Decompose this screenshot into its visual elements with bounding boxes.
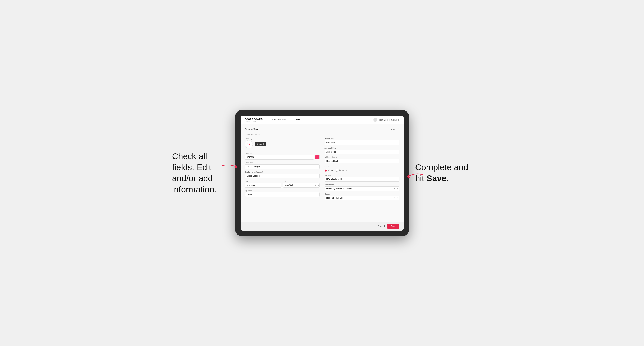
footer-cancel-button[interactable]: Cancel xyxy=(378,225,385,227)
section-label: TEAM DETAILS xyxy=(245,133,400,135)
state-label: State xyxy=(283,180,320,182)
display-name-input[interactable] xyxy=(245,173,320,178)
head-coach-input[interactable] xyxy=(324,140,400,145)
logo-area: C Upload xyxy=(245,140,320,148)
right-annotation-arrow xyxy=(403,170,424,180)
head-coach-label: Head Coach xyxy=(324,138,400,140)
gender-womens-label[interactable]: Womens xyxy=(336,169,347,172)
state-clear-button[interactable]: ✕ xyxy=(315,184,316,186)
city-label: City xyxy=(245,180,282,182)
zip-input[interactable] xyxy=(245,192,320,197)
team-name-group: Team name xyxy=(245,162,320,169)
gender-womens-radio[interactable] xyxy=(336,169,338,172)
sign-out-link[interactable]: Sign out xyxy=(391,119,399,121)
nav-right: Test User | Sign out xyxy=(373,118,400,122)
upload-button[interactable]: Upload xyxy=(255,142,266,146)
nav-teams[interactable]: TEAMS xyxy=(292,116,301,124)
brand: SCOREBOARD Powered by clippd xyxy=(245,118,263,122)
navbar: SCOREBOARD Powered by clippd TOURNAMENTS… xyxy=(241,116,404,124)
team-colour-label: Team colour xyxy=(245,152,320,154)
team-logo-label: Team logo xyxy=(245,138,320,140)
gender-label: Gender xyxy=(324,166,400,168)
gender-mens-radio[interactable] xyxy=(324,169,327,172)
athletic-director-group: Athletic Director xyxy=(324,156,400,164)
footer-save-button[interactable]: Save xyxy=(387,224,400,229)
nav-links: TOURNAMENTS TEAMS xyxy=(269,116,373,124)
brand-title: SCOREBOARD xyxy=(245,118,263,120)
form-right: Head Coach Assistant Coach Athletic Dire… xyxy=(324,138,400,200)
tablet-screen: SCOREBOARD Powered by clippd TOURNAMENTS… xyxy=(241,116,404,231)
division-group: Division NCAA Division III ▾ xyxy=(324,174,400,182)
gender-row: Mens Womens xyxy=(324,168,400,173)
display-name-label: Display name (unique) xyxy=(245,171,320,173)
region-clear-button[interactable]: ✕ xyxy=(394,197,396,199)
form-footer: Cancel Save xyxy=(241,222,404,231)
zip-label: Zip code xyxy=(245,189,320,192)
head-coach-group: Head Coach xyxy=(324,138,400,145)
tablet-frame: SCOREBOARD Powered by clippd TOURNAMENTS… xyxy=(235,110,409,236)
division-select[interactable]: NCAA Division III xyxy=(324,177,400,182)
conference-select-wrap: University Athletic Association ✕ ▾ xyxy=(324,186,400,191)
assistant-coach-group: Assistant Coach xyxy=(324,147,400,154)
assistant-coach-label: Assistant Coach xyxy=(324,147,400,149)
form-left: Team logo C Upload Team colour xyxy=(245,138,320,200)
page-header: Create Team Cancel ✕ xyxy=(245,128,400,131)
city-group: City xyxy=(245,180,282,187)
region-group: Region Region II - (M) DIII ✕ ▾ xyxy=(324,193,400,200)
annotation-right: Complete and hit Save. xyxy=(415,162,472,184)
conference-clear-button[interactable]: ✕ xyxy=(394,187,396,190)
conference-label: Conference xyxy=(324,184,400,186)
display-name-group: Display name (unique) xyxy=(245,171,320,178)
state-group: State New York ✕ ▾ xyxy=(283,180,320,187)
state-select-wrap: New York ✕ ▾ xyxy=(283,183,320,187)
conference-group: Conference University Athletic Associati… xyxy=(324,184,400,191)
city-input[interactable] xyxy=(245,183,282,187)
brand-subtitle: Powered by clippd xyxy=(245,120,263,122)
city-state-group: City State New York xyxy=(245,180,320,187)
left-annotation-arrow xyxy=(221,161,241,171)
city-state-row: City State New York xyxy=(245,180,320,187)
conference-select[interactable]: University Athletic Association xyxy=(324,186,400,191)
page-title: Create Team xyxy=(245,128,260,131)
region-select[interactable]: Region II - (M) DIII xyxy=(324,196,400,200)
division-select-wrap: NCAA Division III ▾ xyxy=(324,177,400,182)
color-swatch[interactable] xyxy=(315,155,320,160)
form-grid: Team logo C Upload Team colour xyxy=(245,138,400,200)
state-select[interactable]: New York xyxy=(283,183,320,187)
user-avatar xyxy=(373,118,378,122)
logo-circle: C xyxy=(245,140,253,148)
user-label: Test User | xyxy=(379,119,390,121)
annotation-left: Check all fields. Edit and/or add inform… xyxy=(172,151,229,195)
division-label: Division xyxy=(324,174,400,176)
region-label: Region xyxy=(324,193,400,195)
team-name-input[interactable] xyxy=(245,164,320,169)
color-input-row xyxy=(245,155,320,160)
team-colour-input[interactable] xyxy=(245,155,314,160)
cancel-x-icon: ✕ xyxy=(398,128,400,131)
team-name-label: Team name xyxy=(245,162,320,164)
team-logo-group: Team logo C Upload xyxy=(245,138,320,150)
team-colour-group: Team colour xyxy=(245,152,320,160)
athletic-director-input[interactable] xyxy=(324,159,400,164)
gender-mens-label[interactable]: Mens xyxy=(324,169,333,172)
zip-group: Zip code xyxy=(245,189,320,197)
main-content: Create Team Cancel ✕ TEAM DETAILS xyxy=(241,124,404,222)
nav-tournaments[interactable]: TOURNAMENTS xyxy=(269,116,288,124)
cancel-button-top[interactable]: Cancel ✕ xyxy=(390,128,399,131)
athletic-director-label: Athletic Director xyxy=(324,156,400,158)
gender-group: Gender Mens Womens xyxy=(324,166,400,173)
assistant-coach-input[interactable] xyxy=(324,150,400,154)
region-select-wrap: Region II - (M) DIII ✕ ▾ xyxy=(324,196,400,200)
